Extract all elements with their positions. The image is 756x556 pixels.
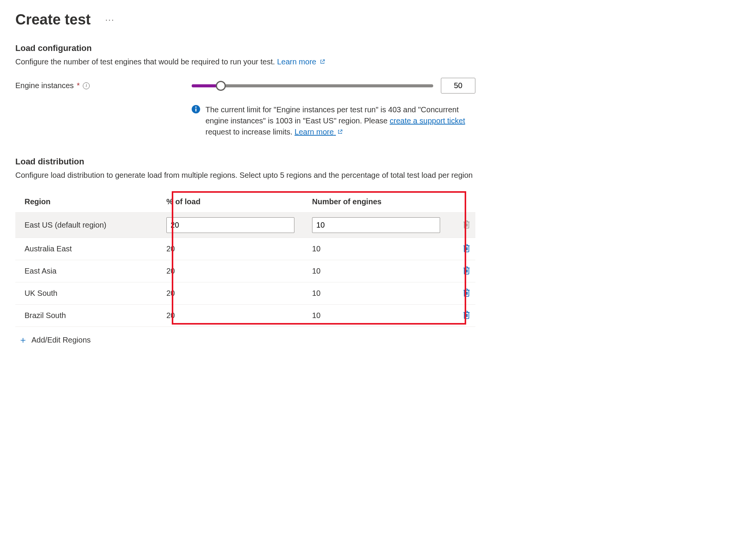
pct-load-cell: 20	[161, 282, 307, 305]
table-row: East Asia2010	[15, 260, 475, 282]
external-link-icon	[320, 59, 325, 64]
learn-more-link[interactable]: Learn more	[277, 57, 325, 66]
num-engines-cell: 10	[307, 260, 452, 282]
delete-region-button	[462, 219, 472, 230]
svg-rect-1	[196, 108, 197, 112]
pct-load-cell: 20	[161, 305, 307, 327]
trash-icon	[462, 310, 471, 320]
col-num-engines: Number of engines	[307, 191, 452, 213]
table-row: Brazil South2010	[15, 305, 475, 327]
num-engines-cell: 10	[307, 305, 452, 327]
plus-icon: ＋	[18, 334, 28, 346]
load-distribution-table: Region % of load Number of engines East …	[15, 191, 475, 327]
engine-instances-slider[interactable]	[192, 84, 433, 87]
delete-region-button[interactable]	[462, 265, 472, 276]
pct-load-cell: 20	[161, 260, 307, 282]
engine-instances-label-text: Engine instances	[15, 81, 74, 90]
num-engines-input[interactable]	[312, 217, 440, 233]
banner-text-2: request to increase limits.	[205, 128, 294, 136]
load-config-description: Configure the number of test engines tha…	[15, 56, 475, 67]
more-actions-button[interactable]: ···	[102, 13, 117, 26]
table-row: UK South2010	[15, 282, 475, 305]
num-engines-cell: 10	[307, 282, 452, 305]
region-cell: Brazil South	[15, 305, 161, 327]
trash-icon	[462, 244, 471, 253]
page-title: Create test	[15, 11, 90, 28]
svg-point-2	[195, 107, 196, 108]
table-row: Australia East2010	[15, 238, 475, 260]
delete-cell	[452, 238, 475, 260]
add-edit-regions-button[interactable]: ＋ Add/Edit Regions	[15, 327, 94, 348]
add-edit-regions-label: Add/Edit Regions	[31, 336, 91, 344]
trash-icon	[462, 220, 471, 229]
pct-load-cell: 20	[161, 238, 307, 260]
delete-cell	[452, 260, 475, 282]
delete-cell	[452, 282, 475, 305]
banner-learn-more-link[interactable]: Learn more	[294, 128, 343, 136]
create-support-ticket-link[interactable]: create a support ticket	[390, 116, 465, 125]
load-distribution-heading: Load distribution	[15, 157, 475, 167]
banner-learn-more-label: Learn more	[294, 128, 334, 136]
delete-region-button[interactable]	[462, 310, 472, 320]
pct-load-cell	[161, 213, 307, 238]
external-link-icon	[337, 129, 343, 134]
region-cell: UK South	[15, 282, 161, 305]
load-distribution-description: Configure load distribution to generate …	[15, 170, 475, 180]
learn-more-link-label: Learn more	[277, 57, 316, 66]
delete-cell	[452, 213, 475, 238]
delete-cell	[452, 305, 475, 327]
engine-instances-label: Engine instances * i	[15, 81, 180, 90]
trash-icon	[462, 288, 471, 297]
region-cell: East Asia	[15, 260, 161, 282]
load-config-heading: Load configuration	[15, 43, 475, 53]
engine-instances-input[interactable]	[441, 78, 475, 93]
num-engines-cell	[307, 213, 452, 238]
trash-icon	[462, 266, 471, 275]
num-engines-cell: 10	[307, 238, 452, 260]
region-cell: Australia East	[15, 238, 161, 260]
pct-load-input[interactable]	[166, 217, 294, 233]
info-icon[interactable]: i	[83, 82, 90, 89]
delete-region-button[interactable]	[462, 287, 472, 298]
slider-thumb[interactable]	[216, 81, 226, 91]
table-row: East US (default region)	[15, 213, 475, 238]
region-cell: East US (default region)	[15, 213, 161, 238]
required-indicator: *	[77, 81, 80, 90]
engine-limit-banner: The current limit for "Engine instances …	[192, 104, 475, 138]
delete-region-button[interactable]	[462, 243, 472, 254]
info-filled-icon	[192, 105, 200, 113]
load-config-description-text: Configure the number of test engines tha…	[15, 57, 277, 66]
col-region: Region	[15, 191, 161, 213]
col-pct-load: % of load	[161, 191, 307, 213]
engine-limit-text: The current limit for "Engine instances …	[205, 104, 475, 138]
